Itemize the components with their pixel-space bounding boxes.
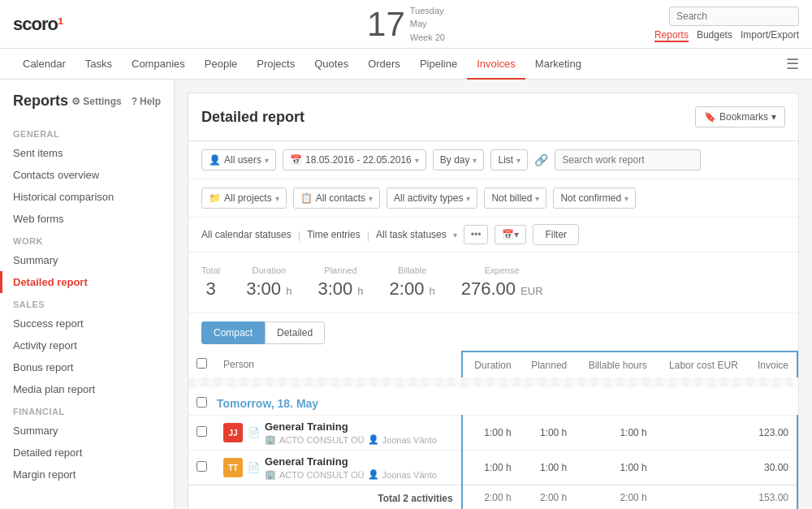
- sidebar-item-success-report[interactable]: Success report: [0, 313, 174, 334]
- nav-orders[interactable]: Orders: [358, 49, 410, 80]
- nav-calendar[interactable]: Calendar: [13, 49, 76, 80]
- report-container: Detailed report 🔖 Bookmarks ▾ 👤 All user…: [188, 93, 799, 509]
- row1-checkbox[interactable]: [197, 426, 207, 437]
- view-filter[interactable]: List ▾: [490, 149, 528, 170]
- date-range-filter[interactable]: 📅 18.05.2016 - 22.05.2016 ▾: [283, 149, 426, 170]
- date-display: 17 Tuesday May Week 20: [367, 4, 445, 45]
- help-link[interactable]: ? Help: [132, 96, 161, 107]
- top-link-budgets[interactable]: Budgets: [697, 29, 732, 42]
- tab-detailed[interactable]: Detailed: [265, 321, 325, 344]
- row1-activity: JJ 📄 General Training 🏢 ACTO CONSULT OÜ …: [223, 421, 453, 445]
- totals-duration: 2:00 h: [462, 485, 520, 510]
- nav-companies[interactable]: Companies: [122, 49, 195, 80]
- chevron-down-icon: ▾: [771, 111, 776, 123]
- confirmed-filter[interactable]: Not confirmed ▾: [553, 188, 636, 209]
- users-filter[interactable]: 👤 All users ▾: [201, 149, 276, 170]
- sidebar-item-margin-report[interactable]: Margin report: [0, 464, 174, 485]
- row1-meta: 🏢 ACTO CONSULT OÜ 👤 Joonas Vänto: [265, 434, 453, 445]
- activity-types-filter[interactable]: All activity types ▾: [387, 188, 477, 209]
- global-search-input[interactable]: [669, 6, 799, 26]
- date-group-label: Tomorrow, 18. May: [188, 387, 462, 416]
- row2-labor-cost: [655, 451, 746, 485]
- filter-row-1: 👤 All users ▾ 📅 18.05.2016 - 22.05.2016 …: [188, 141, 798, 179]
- totals-labor: [655, 485, 746, 510]
- sidebar-item-web-forms[interactable]: Web forms: [0, 208, 174, 230]
- projects-filter[interactable]: 📁 All projects ▾: [201, 188, 287, 209]
- sidebar-title-area: Reports ⚙ Settings ? Help: [0, 93, 174, 123]
- sidebar-title: Reports: [13, 93, 68, 110]
- row2-building-icon: 🏢: [265, 469, 276, 480]
- main-layout: Reports ⚙ Settings ? Help General Sent i…: [0, 80, 812, 509]
- nav-marketing[interactable]: Marketing: [525, 49, 591, 80]
- row2-checkbox-cell: [188, 451, 215, 485]
- select-all-checkbox[interactable]: [197, 358, 207, 369]
- filter-separator-2: |: [367, 229, 369, 241]
- gear-icon: ⚙: [71, 96, 80, 107]
- chevron-icon: ▾: [466, 194, 470, 203]
- top-nav-links: Reports Budgets Import/Export: [654, 29, 799, 42]
- sidebar-item-sent-items[interactable]: Sent items: [0, 142, 174, 164]
- nav-people[interactable]: People: [195, 49, 247, 80]
- calendar-view-button[interactable]: 📅▾: [495, 225, 526, 244]
- grouping-filter[interactable]: By day ▾: [433, 149, 485, 170]
- sidebar-item-bonus-report[interactable]: Bonus report: [0, 356, 174, 378]
- filter-apply-button[interactable]: Filter: [533, 224, 579, 245]
- nav-hamburger-icon[interactable]: ☰: [786, 55, 799, 73]
- table-row: TT 📄 General Training 🏢 ACTO CONSULT OÜ …: [188, 451, 797, 485]
- sidebar-item-contacts-overview[interactable]: Contacts overview: [0, 164, 174, 186]
- nav-tasks[interactable]: Tasks: [76, 49, 122, 80]
- date-group-row: Tomorrow, 18. May: [188, 387, 797, 416]
- chevron-icon: ▾: [516, 156, 520, 165]
- link-icon[interactable]: 🔗: [534, 153, 548, 166]
- row1-avatar: JJ: [223, 423, 243, 442]
- stat-duration: Duration 3:00 h: [246, 265, 292, 300]
- top-link-reports[interactable]: Reports: [654, 29, 689, 42]
- task-chevron-icon: ▾: [453, 231, 457, 239]
- time-entries-filter[interactable]: Time entries: [307, 229, 361, 240]
- row2-person-name: Joonas Vänto: [382, 470, 437, 480]
- row2-avatar: TT: [223, 458, 243, 477]
- row2-activity: TT 📄 General Training 🏢 ACTO CONSULT OÜ …: [223, 455, 453, 480]
- billed-filter[interactable]: Not billed ▾: [484, 188, 546, 209]
- nav-pipeline[interactable]: Pipeline: [410, 49, 467, 80]
- row1-duration: 1:00 h: [462, 416, 520, 451]
- sidebar-item-historical-comparison[interactable]: Historical comparison: [0, 186, 174, 208]
- row1-labor-cost: [655, 416, 746, 451]
- task-statuses-filter[interactable]: All task statuses: [376, 229, 447, 240]
- settings-link[interactable]: ⚙ Settings: [71, 96, 121, 107]
- row2-info: General Training 🏢 ACTO CONSULT OÜ 👤 Joo…: [265, 455, 453, 480]
- nav-invoices[interactable]: Invoices: [467, 49, 525, 80]
- sidebar-item-financial-summary[interactable]: Summary: [0, 420, 174, 442]
- calendar-status-filter[interactable]: All calendar statuses: [201, 229, 292, 240]
- table-wrapper: Person Duration Planned Billable hours L…: [188, 344, 798, 509]
- tab-compact[interactable]: Compact: [201, 321, 265, 344]
- more-options-button[interactable]: •••: [464, 225, 489, 244]
- sidebar-item-activity-report[interactable]: Activity report: [0, 334, 174, 356]
- chevron-icon: ▾: [473, 156, 477, 165]
- calendar-icon: 📅: [290, 154, 302, 166]
- sidebar-item-work-summary[interactable]: Summary: [0, 249, 174, 271]
- top-link-import-export[interactable]: Import/Export: [741, 29, 799, 42]
- nav-projects[interactable]: Projects: [247, 49, 304, 80]
- date-week: Week 20: [410, 31, 445, 45]
- row2-checkbox[interactable]: [197, 461, 207, 472]
- row2-company: ACTO CONSULT OÜ: [279, 470, 365, 480]
- sidebar-item-media-plan-report[interactable]: Media plan report: [0, 378, 174, 400]
- bookmarks-button[interactable]: 🔖 Bookmarks ▾: [695, 106, 785, 127]
- nav-quotes[interactable]: Quotes: [304, 49, 358, 80]
- chevron-icon: ▾: [535, 194, 539, 203]
- chevron-icon: ▾: [624, 194, 628, 203]
- sidebar-item-financial-detailed[interactable]: Detailed report: [0, 442, 174, 464]
- totals-billable: 2:00 h: [575, 485, 655, 510]
- row1-doc-icon: 📄: [248, 427, 260, 438]
- stat-expense: Expense 276.00 EUR: [461, 265, 543, 300]
- contacts-icon: 📋: [300, 192, 313, 204]
- row2-person-icon: 👤: [368, 469, 379, 480]
- user-icon: 👤: [209, 154, 221, 166]
- date-group-invoice: [746, 387, 797, 416]
- date-group-checkbox[interactable]: [197, 397, 207, 408]
- contacts-filter[interactable]: 📋 All contacts ▾: [293, 188, 380, 209]
- search-report-input[interactable]: [555, 149, 701, 170]
- sidebar-item-detailed-report[interactable]: Detailed report: [0, 271, 174, 293]
- row2-person-cell: TT 📄 General Training 🏢 ACTO CONSULT OÜ …: [215, 451, 462, 485]
